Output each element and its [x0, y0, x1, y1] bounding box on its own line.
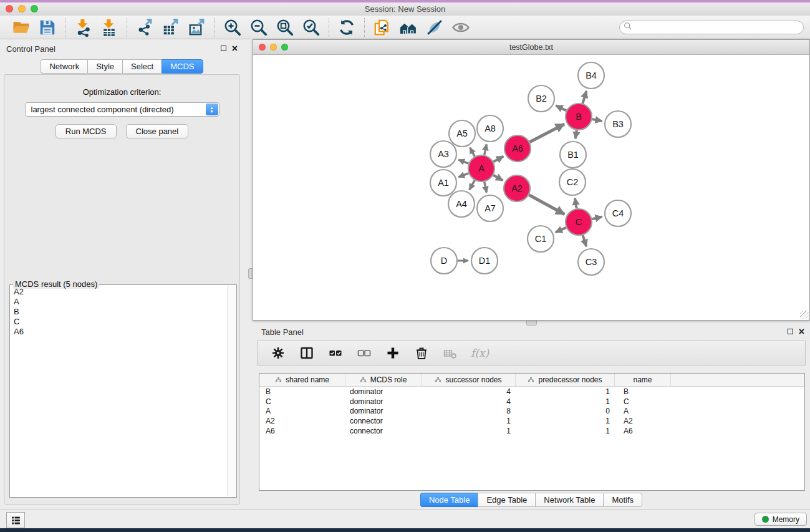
export-table-button[interactable]	[160, 17, 181, 37]
first-neighbors-button[interactable]	[398, 17, 419, 37]
tab-edge-table[interactable]: Edge Table	[478, 493, 535, 507]
table-row[interactable]: Bdominator41B	[259, 387, 804, 397]
graph-node-B[interactable]: B	[566, 104, 592, 130]
column-header-name[interactable]: name	[615, 374, 671, 386]
search-field[interactable]	[619, 21, 804, 34]
graph-node-A7[interactable]: A7	[477, 195, 503, 221]
deselect-all-rows-button[interactable]	[356, 345, 372, 361]
graph-node-A5[interactable]: A5	[449, 120, 475, 147]
graph-node-A4[interactable]: A4	[448, 191, 475, 217]
zoom-selected-button[interactable]	[301, 17, 322, 37]
column-header-predecessor-nodes[interactable]: predecessor nodes	[516, 374, 615, 386]
graph-node-C4[interactable]: C4	[605, 200, 631, 226]
graph-edge-A-A6[interactable]	[493, 157, 503, 162]
add-column-button[interactable]	[385, 345, 401, 361]
graph-node-A2[interactable]: A2	[504, 175, 530, 201]
run-mcds-button[interactable]: Run MCDS	[55, 124, 117, 138]
graph-node-A1[interactable]: A1	[430, 170, 456, 196]
graph-node-C[interactable]: C	[566, 209, 592, 235]
export-network-button[interactable]	[134, 17, 155, 37]
column-header-MCDS-role[interactable]: MCDS role	[345, 374, 422, 386]
search-input[interactable]	[633, 21, 803, 34]
clear-table-button[interactable]	[442, 345, 458, 361]
graph-edge-C-C3[interactable]	[583, 235, 587, 246]
task-history-button[interactable]	[6, 512, 25, 528]
tab-style[interactable]: Style	[87, 59, 122, 74]
graph-edge-A-A2[interactable]	[493, 175, 503, 181]
graph-node-D1[interactable]: D1	[471, 248, 498, 274]
resize-grip[interactable]	[800, 311, 809, 319]
graph-edge-A2-C[interactable]	[529, 195, 564, 215]
graph-node-B3[interactable]: B3	[605, 111, 631, 137]
tab-network[interactable]: Network	[41, 59, 87, 74]
optimization-criterion-dropdown[interactable]: largest connected component (directed) ▲…	[25, 102, 219, 117]
graph-node-C1[interactable]: C1	[528, 226, 554, 252]
column-header-successor-nodes[interactable]: successor nodes	[422, 374, 516, 386]
table-options-button[interactable]	[270, 345, 286, 361]
graph-node-C2[interactable]: C2	[559, 169, 586, 195]
network-graph[interactable]: B4B2BB3A8A5A6A3B1AA1C2A2A4A7C4CC1C3DD1	[253, 55, 808, 319]
graph-edge-A-A8[interactable]	[485, 144, 487, 155]
graph-edge-B-B3[interactable]	[592, 119, 602, 121]
graph-edge-A-A4[interactable]	[470, 180, 475, 190]
mcds-result-item[interactable]: A	[14, 297, 227, 307]
graph-edge-B-B1[interactable]	[576, 130, 577, 139]
delete-column-button[interactable]	[413, 345, 430, 361]
save-session-button[interactable]	[37, 17, 58, 37]
close-panel-button[interactable]: Close panel	[126, 124, 189, 138]
mcds-result-item[interactable]: C	[14, 317, 227, 327]
show-column-panel-button[interactable]	[299, 345, 315, 361]
graph-node-B1[interactable]: B1	[560, 142, 586, 168]
graph-node-B4[interactable]: B4	[578, 62, 604, 89]
mcds-result-item[interactable]: A6	[14, 327, 227, 337]
network-window-titlebar[interactable]: testGlobe.txt	[253, 40, 809, 55]
window-titlebar[interactable]: Session: New Session	[0, 2, 810, 16]
select-all-rows-button[interactable]	[327, 345, 344, 361]
open-session-button[interactable]	[11, 17, 32, 37]
graph-edge-A-A1[interactable]	[458, 173, 468, 177]
zoom-fit-button[interactable]	[274, 17, 296, 37]
tab-node-table[interactable]: Node Table	[420, 493, 478, 507]
tab-mcds[interactable]: MCDS	[162, 59, 203, 74]
graph-node-A[interactable]: A	[468, 155, 494, 181]
table-row[interactable]: A2connector11A2	[259, 416, 804, 426]
function-builder-button[interactable]: f(x)	[471, 345, 489, 361]
zoom-in-button[interactable]	[222, 17, 243, 37]
tab-motifs[interactable]: Motifs	[603, 493, 642, 507]
import-network-button[interactable]	[72, 17, 94, 37]
duplicate-network-button[interactable]	[372, 17, 393, 37]
graph-node-B2[interactable]: B2	[528, 85, 554, 112]
graph-node-C3[interactable]: C3	[578, 249, 604, 275]
table-row[interactable]: Cdominator41C	[259, 397, 804, 407]
memory-button[interactable]: Memory	[755, 513, 807, 526]
graph-edge-C-C2[interactable]	[575, 198, 577, 209]
network-zoom-button[interactable]	[281, 44, 288, 51]
column-header-shared-name[interactable]: shared name	[259, 374, 345, 386]
graph-edge-A6-B[interactable]	[530, 124, 564, 142]
graph-edge-A-A7[interactable]	[485, 182, 487, 193]
result-scrollbar[interactable]	[227, 286, 236, 496]
table-row[interactable]: A6connector11A6	[259, 426, 804, 436]
graph-node-D[interactable]: D	[431, 248, 457, 274]
table-close-panel-icon[interactable]: ×	[799, 328, 804, 335]
graph-edge-C-C4[interactable]	[592, 217, 602, 220]
float-panel-icon[interactable]	[221, 46, 226, 51]
graph-node-A6[interactable]: A6	[504, 135, 531, 162]
graph-node-A8[interactable]: A8	[477, 115, 503, 142]
tab-network-table[interactable]: Network Table	[535, 493, 603, 507]
show-navigator-button[interactable]	[450, 17, 471, 37]
tab-select[interactable]: Select	[122, 59, 162, 74]
mcds-result-item[interactable]: B	[14, 307, 227, 317]
import-table-button[interactable]	[99, 17, 120, 37]
graph-edge-B-B2[interactable]	[556, 105, 566, 110]
mcds-result-item[interactable]: A2	[14, 287, 227, 297]
hide-style-button[interactable]	[424, 17, 445, 37]
close-panel-icon[interactable]: ×	[232, 45, 238, 52]
network-minimize-button[interactable]	[270, 44, 277, 51]
zoom-out-button[interactable]	[248, 17, 269, 37]
graph-edge-B-B4[interactable]	[582, 91, 586, 104]
table-float-panel-icon[interactable]	[788, 329, 793, 334]
network-canvas-container[interactable]: B4B2BB3A8A5A6A3B1AA1C2A2A4A7C4CC1C3DD1	[253, 55, 809, 320]
table-row[interactable]: Adominator80A	[259, 406, 804, 416]
graph-node-A3[interactable]: A3	[430, 141, 456, 167]
